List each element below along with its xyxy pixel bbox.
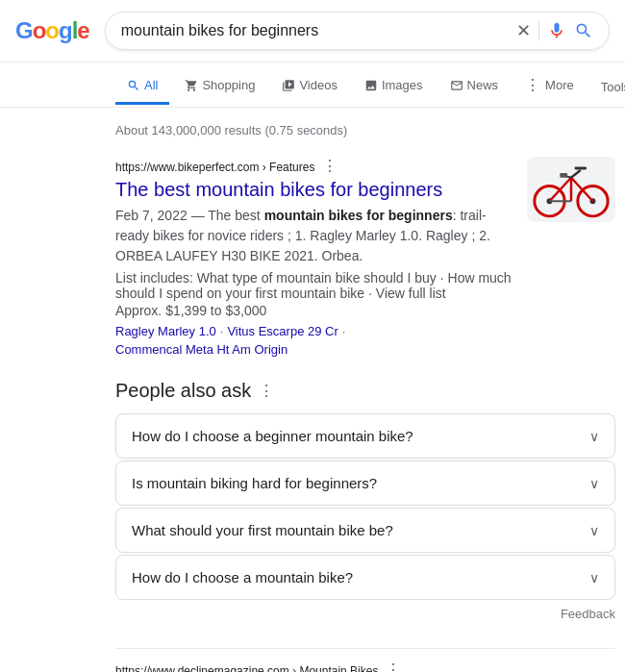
clear-button[interactable]: ✕: [516, 20, 531, 41]
divider: [115, 648, 615, 649]
search-icon: [574, 21, 593, 40]
tab-all-label: All: [144, 78, 158, 92]
images-icon: [364, 79, 378, 92]
search-submit-button[interactable]: [574, 21, 593, 40]
paa-item-header-0: How do I choose a beginner mountain bike…: [116, 414, 614, 458]
paa-question-0: How do I choose a beginner mountain bike…: [132, 428, 413, 444]
chevron-down-icon-3: ∨: [589, 570, 599, 585]
chevron-down-icon-0: ∨: [589, 429, 599, 444]
result-link-1[interactable]: Vitus Escarpe 29 Cr: [227, 324, 338, 338]
news-icon: [450, 79, 463, 92]
result-thumbnail: [527, 157, 615, 222]
svg-line-4: [550, 178, 571, 201]
people-also-ask-section: People also ask ⋮ How do I choose a begi…: [115, 380, 615, 633]
more-dots-icon: ⋮: [525, 76, 541, 94]
chevron-down-icon-2: ∨: [589, 523, 599, 538]
result-menu-icon[interactable]: ⋮: [318, 154, 341, 178]
main-content: About 143,000,000 results (0.75 seconds)…: [0, 108, 615, 672]
voice-search-button[interactable]: [547, 21, 566, 40]
tab-more[interactable]: ⋮ More: [513, 66, 586, 107]
paa-menu-icon[interactable]: ⋮: [259, 382, 274, 400]
result-url-text: https://www.bikeperfect.com › Features: [115, 161, 314, 174]
search-bar: ✕: [105, 12, 610, 50]
paa-item-2[interactable]: What should your first mountain bike be?…: [115, 508, 615, 553]
result-links: Ragley Marley 1.0 · Vitus Escarpe 29 Cr …: [115, 324, 515, 357]
tab-shopping[interactable]: Shopping: [173, 68, 266, 105]
result-link-sep-2: ·: [342, 324, 346, 338]
mic-icon: [547, 21, 566, 40]
bike-image: [529, 159, 613, 220]
result-decline-url-text: https://www.declinemagazine.com › Mounta…: [115, 664, 378, 672]
result-link-sep-1: ·: [220, 324, 224, 338]
paa-item-3[interactable]: How do I choose a mountain bike? ∨: [115, 555, 615, 600]
result-link-0[interactable]: Ragley Marley 1.0: [115, 324, 216, 338]
paa-question-3: How do I choose a mountain bike?: [132, 569, 353, 585]
svg-line-8: [571, 170, 581, 178]
paa-item-header-3: How do I choose a mountain bike? ∨: [116, 556, 614, 599]
tab-news-label: News: [467, 78, 499, 92]
shopping-icon: [185, 79, 198, 92]
result-price: Approx. $1,399 to $3,000: [115, 303, 515, 318]
tab-news[interactable]: News: [438, 68, 511, 105]
tab-more-label: More: [545, 78, 574, 92]
search-bar-icons: ✕: [516, 20, 593, 41]
result-date: Feb 7, 2022: [115, 208, 188, 223]
paa-item-0[interactable]: How do I choose a beginner mountain bike…: [115, 413, 615, 459]
tab-all[interactable]: All: [115, 68, 169, 105]
result-list-note: List includes: What type of mountain bik…: [115, 270, 515, 301]
paa-title-row: People also ask ⋮: [115, 380, 615, 402]
search-result-decline: https://www.declinemagazine.com › Mounta…: [115, 653, 615, 672]
paa-question-2: What should your first mountain bike be?: [132, 522, 393, 538]
result-decline-menu-icon[interactable]: ⋮: [382, 658, 405, 672]
result-snippet: Feb 7, 2022 — The best mountain bikes fo…: [115, 206, 515, 266]
paa-item-header-1: Is mountain biking hard for beginners? ∨: [116, 461, 614, 505]
video-icon: [282, 79, 295, 92]
result-decline-url: https://www.declinemagazine.com › Mounta…: [115, 660, 615, 672]
paa-question-1: Is mountain biking hard for beginners?: [132, 475, 377, 491]
google-logo: Google: [15, 17, 89, 44]
result-title-link[interactable]: The best mountain bikes for beginners: [115, 177, 515, 202]
result-top: https://www.bikeperfect.com › Features ⋮…: [115, 157, 615, 357]
header: Google ✕: [0, 0, 625, 62]
paa-item-1[interactable]: Is mountain biking hard for beginners? ∨: [115, 460, 615, 506]
chevron-down-icon-1: ∨: [589, 476, 599, 491]
result-left: https://www.bikeperfect.com › Features ⋮…: [115, 157, 515, 357]
svg-rect-11: [560, 173, 567, 178]
feedback-row: Feedback: [115, 602, 615, 633]
result-link-2[interactable]: Commencal Meta Ht Am Origin: [115, 342, 288, 357]
feedback-button[interactable]: Feedback: [561, 607, 615, 621]
paa-item-header-2: What should your first mountain bike be?…: [116, 509, 614, 552]
tab-videos[interactable]: Videos: [270, 68, 349, 105]
tab-images[interactable]: Images: [353, 68, 435, 105]
result-count: About 143,000,000 results (0.75 seconds): [115, 115, 615, 149]
tab-images-label: Images: [382, 78, 423, 92]
nav-tabs: All Shopping Videos Images News ⋮ More T…: [0, 62, 625, 108]
search-result-bikeperfect: https://www.bikeperfect.com › Features ⋮…: [115, 149, 615, 372]
search-icon-small: [127, 79, 140, 92]
search-input[interactable]: [121, 22, 509, 39]
tab-videos-label: Videos: [299, 78, 338, 92]
svg-line-5: [571, 178, 592, 201]
paa-title: People also ask: [115, 380, 251, 402]
result-url: https://www.bikeperfect.com › Features ⋮: [115, 157, 515, 175]
tab-shopping-label: Shopping: [202, 78, 255, 92]
tools-button[interactable]: Tools: [589, 70, 625, 104]
